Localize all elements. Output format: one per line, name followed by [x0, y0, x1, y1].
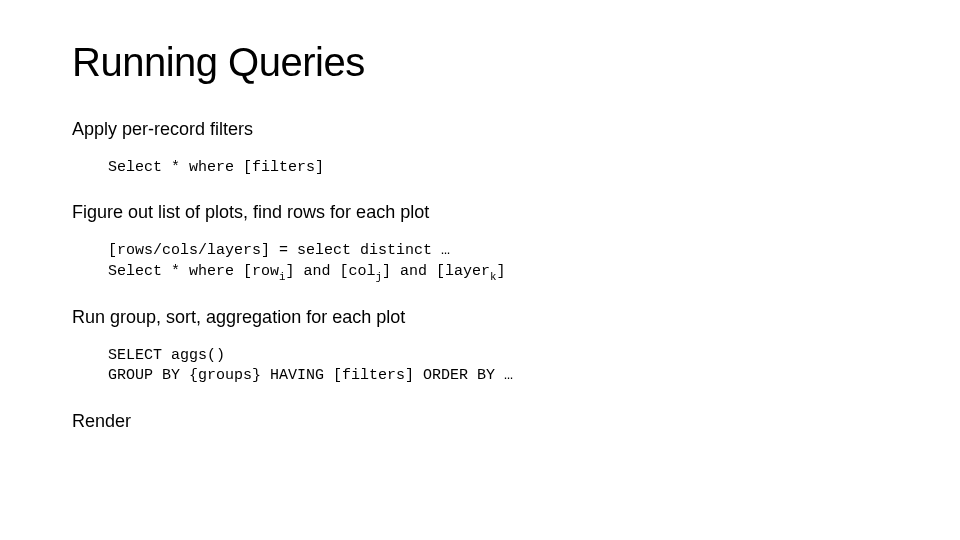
- subscript-j: j: [376, 271, 382, 283]
- step-plots: Figure out list of plots, find rows for …: [72, 202, 888, 223]
- slide-title: Running Queries: [72, 40, 888, 85]
- code-plots-line2-d: ]: [497, 263, 506, 280]
- code-aggregation: SELECT aggs() GROUP BY {groups} HAVING […: [108, 346, 888, 387]
- step-render: Render: [72, 411, 888, 432]
- step-aggregation: Run group, sort, aggregation for each pl…: [72, 307, 888, 328]
- code-agg-line2: GROUP BY {groups} HAVING [filters] ORDER…: [108, 367, 513, 384]
- subscript-k: k: [490, 271, 496, 283]
- code-plots-line2-a: Select * where [row: [108, 263, 279, 280]
- code-filters: Select * where [filters]: [108, 158, 888, 178]
- code-plots: [rows/cols/layers] = select distinct … S…: [108, 241, 888, 283]
- code-plots-line1: [rows/cols/layers] = select distinct …: [108, 242, 450, 259]
- subscript-i: i: [279, 271, 285, 283]
- code-plots-line2-c: ] and [layer: [382, 263, 490, 280]
- code-plots-line2-b: ] and [col: [286, 263, 376, 280]
- code-agg-line1: SELECT aggs(): [108, 347, 225, 364]
- step-filters: Apply per-record filters: [72, 119, 888, 140]
